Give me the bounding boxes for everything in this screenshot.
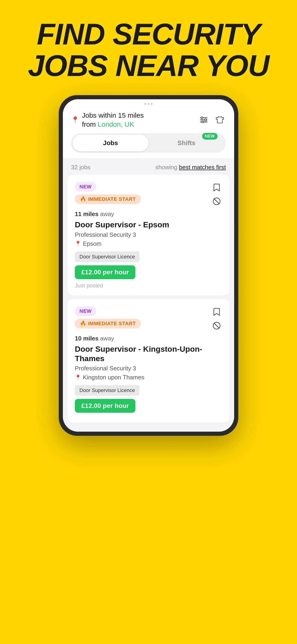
distance: 10 miles away: [75, 335, 222, 342]
immediate-start-badge: 🔥 IMMEDIATE START: [75, 194, 141, 204]
job-card[interactable]: NEW 🔥 IMMEDIATE START: [68, 299, 230, 423]
location-text: Jobs within 15 miles from London, UK: [82, 111, 144, 129]
new-badge: NEW: [75, 182, 96, 192]
card-top-row: NEW 🔥 IMMEDIATE START: [75, 182, 222, 207]
posted-time: Just posted: [75, 282, 222, 289]
dot1: [144, 103, 146, 105]
svg-point-5: [202, 121, 204, 123]
footer-bg: [0, 436, 297, 459]
location-city: London, UK: [98, 120, 134, 128]
status-bar: [63, 99, 234, 107]
badges-row: NEW 🔥 IMMEDIATE START: [75, 306, 141, 328]
job-title[interactable]: Door Supervisor - Kingston-Upon-Thames: [75, 344, 222, 363]
block-icon[interactable]: [211, 320, 222, 331]
svg-point-4: [205, 119, 206, 121]
app-header: 📍 Jobs within 15 miles from London, UK: [63, 107, 234, 133]
jobs-list: NEW 🔥 IMMEDIATE START: [63, 174, 234, 422]
fire-icon: 🔥: [80, 320, 86, 326]
pay-badge: £12.00 per hour: [75, 265, 136, 279]
location-pin-icon: 📍: [71, 116, 79, 124]
company-name: Professional Security 3: [75, 365, 222, 372]
svg-line-9: [214, 323, 220, 328]
job-location: 📍 Kingston upon Thames: [75, 374, 222, 381]
hero-title: FIND SECURITY JOBS NEAR YOU: [14, 18, 283, 81]
company-name: Professional Security 3: [75, 231, 222, 238]
dot3: [151, 103, 153, 105]
bookmark-icon[interactable]: [211, 306, 222, 318]
requirement-tag: Door Supervisor Licence: [75, 252, 140, 262]
job-card[interactable]: NEW 🔥 IMMEDIATE START: [68, 174, 230, 295]
dot2: [148, 103, 150, 105]
tabs-section: Jobs Shifts NEW: [63, 133, 234, 158]
job-title[interactable]: Door Supervisor - Epsom: [75, 220, 222, 230]
hero-section: FIND SECURITY JOBS NEAR YOU: [0, 0, 297, 81]
distance: 11 miles away: [75, 210, 222, 218]
filter-icon[interactable]: [198, 114, 210, 126]
location-icon: 📍: [75, 241, 81, 247]
svg-line-7: [214, 198, 220, 204]
fire-icon: 🔥: [80, 196, 86, 202]
new-badge: NEW: [75, 306, 96, 316]
phone-mockup: 📍 Jobs within 15 miles from London, UK: [0, 95, 297, 436]
header-icons: [198, 114, 226, 126]
sort-label[interactable]: best matches first: [179, 164, 226, 171]
phone-screen: 📍 Jobs within 15 miles from London, UK: [63, 99, 234, 432]
immediate-start-badge: 🔥 IMMEDIATE START: [75, 319, 141, 328]
phone-frame: 📍 Jobs within 15 miles from London, UK: [59, 95, 238, 436]
tab-jobs[interactable]: Jobs: [72, 135, 148, 151]
card-top-row: NEW 🔥 IMMEDIATE START: [75, 306, 222, 331]
location-icon: 📍: [75, 374, 81, 380]
job-location: 📍 Epsom: [75, 240, 222, 247]
pay-badge: £12.00 per hour: [75, 399, 136, 413]
bookmark-icon[interactable]: [211, 182, 222, 193]
svg-point-3: [201, 117, 203, 119]
requirement-tag: Door Supervisor Licence: [75, 385, 140, 396]
block-icon[interactable]: [211, 196, 222, 207]
card-actions: [211, 182, 222, 207]
badges-row: NEW 🔥 IMMEDIATE START: [75, 182, 141, 204]
tabs-container: Jobs Shifts NEW: [71, 133, 226, 153]
jobs-meta: 32 jobs showing best matches first: [63, 158, 234, 174]
shirt-icon[interactable]: [214, 114, 226, 126]
card-actions: [211, 306, 222, 331]
bottom-padding: [63, 422, 234, 432]
tab-shifts[interactable]: Shifts NEW: [148, 135, 224, 151]
jobs-count: 32 jobs: [71, 164, 90, 171]
location-row: 📍 Jobs within 15 miles from London, UK: [71, 111, 144, 129]
jobs-sort: showing best matches first: [156, 164, 226, 171]
shifts-new-badge: NEW: [202, 133, 218, 140]
